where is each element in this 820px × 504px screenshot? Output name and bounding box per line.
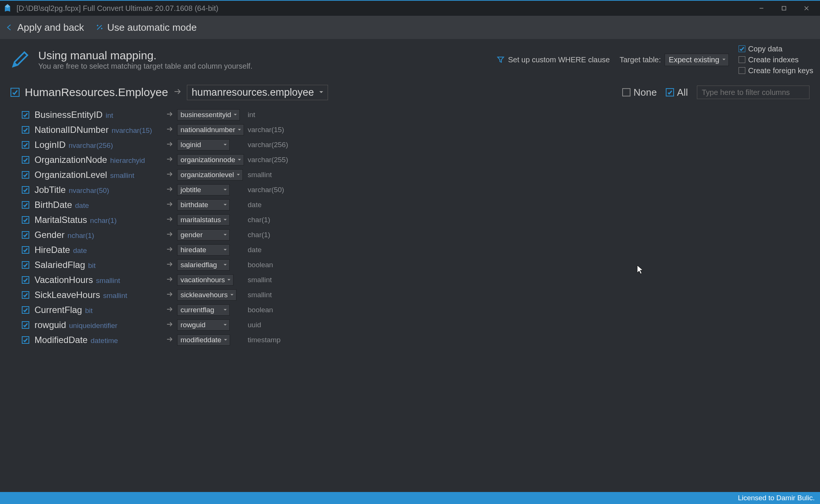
- column-row: JobTitlenvarchar(50)jobtitlevarchar(50): [22, 182, 809, 197]
- column-checkbox[interactable]: [22, 291, 29, 299]
- target-column-type: varchar(15): [248, 126, 284, 134]
- column-checkbox[interactable]: [22, 171, 29, 179]
- target-column-dropdown[interactable]: nationalidnumber: [177, 124, 244, 135]
- column-row: MaritalStatusnchar(1)maritalstatuschar(1…: [22, 212, 809, 227]
- source-column-name: MaritalStatus: [35, 215, 87, 225]
- target-column-type: boolean: [248, 306, 273, 314]
- target-column-type: varchar(255): [248, 156, 288, 164]
- source-column-type: hierarchyid: [110, 156, 145, 165]
- column-checkbox[interactable]: [22, 216, 29, 224]
- source-table-name: HumanResources.Employee: [25, 86, 168, 99]
- source-column-type: nvarchar(50): [69, 187, 109, 195]
- copy-data-label: Copy data: [748, 45, 782, 53]
- column-checkbox[interactable]: [22, 186, 29, 194]
- create-fk-label: Create foreign keys: [748, 66, 813, 75]
- svg-marker-9: [498, 57, 504, 62]
- column-row: Gendernchar(1)genderchar(1): [22, 227, 809, 242]
- target-table-name-dropdown[interactable]: humanresources.employee: [187, 85, 328, 100]
- use-automatic-mode-button[interactable]: Use automatic mode: [95, 22, 197, 33]
- column-row: CurrentFlagbitcurrentflagboolean: [22, 302, 809, 317]
- source-column-type: nchar(1): [68, 232, 94, 240]
- auto-mode-label: Use automatic mode: [107, 22, 197, 33]
- source-column-type: uniqueidentifier: [69, 322, 117, 330]
- maximize-button[interactable]: [773, 3, 795, 14]
- column-checkbox[interactable]: [22, 231, 29, 239]
- arrow-right-icon: [166, 245, 173, 255]
- target-column-dropdown[interactable]: organizationnode: [177, 154, 244, 165]
- app-logo-icon: [2, 3, 13, 14]
- close-button[interactable]: [795, 3, 818, 14]
- arrow-right-icon: [166, 275, 173, 285]
- target-column-type: varchar(256): [248, 141, 288, 149]
- table-mapping-header: HumanResources.Employee humanresources.e…: [0, 80, 820, 104]
- source-column-type: bit: [85, 307, 93, 315]
- target-column-dropdown[interactable]: businessentityid: [177, 109, 240, 120]
- create-indexes-checkbox[interactable]: Create indexes: [739, 56, 813, 64]
- create-fk-checkbox[interactable]: Create foreign keys: [739, 66, 813, 75]
- select-none-checkbox[interactable]: None: [622, 87, 657, 98]
- source-column-type: date: [73, 247, 87, 255]
- copy-data-checkbox[interactable]: Copy data: [739, 45, 813, 53]
- source-column-type: nvarchar(15): [111, 126, 152, 135]
- select-all-checkbox[interactable]: All: [666, 87, 688, 98]
- column-checkbox[interactable]: [22, 111, 29, 119]
- target-column-dropdown[interactable]: sickleavehours: [177, 289, 236, 301]
- target-table-dropdown[interactable]: Expect existing: [665, 54, 729, 66]
- magic-wand-icon: [95, 23, 104, 32]
- column-checkbox[interactable]: [22, 201, 29, 209]
- target-column-dropdown[interactable]: jobtitle: [177, 184, 230, 196]
- arrow-right-icon: [166, 335, 173, 345]
- column-checkbox[interactable]: [22, 306, 29, 314]
- source-column-name: rowguid: [35, 320, 66, 330]
- column-row: OrganizationNodehierarchyidorganizationn…: [22, 152, 809, 167]
- source-column-name: JobTitle: [35, 185, 66, 195]
- source-column-name: NationalIDNumber: [35, 125, 108, 135]
- source-column-name: Gender: [35, 230, 65, 240]
- column-row: SickLeaveHourssmallintsickleavehourssmal…: [22, 287, 809, 302]
- arrow-right-icon: [166, 305, 173, 315]
- toolbar: Apply and back Use automatic mode: [0, 16, 820, 39]
- column-checkbox[interactable]: [22, 246, 29, 254]
- filter-columns-input[interactable]: [697, 86, 809, 99]
- column-checkbox[interactable]: [22, 126, 29, 134]
- apply-and-back-button[interactable]: Apply and back: [5, 22, 84, 33]
- target-column-dropdown[interactable]: vacationhours: [177, 274, 233, 286]
- target-column-dropdown[interactable]: loginid: [177, 139, 230, 150]
- target-column-type: char(1): [248, 216, 270, 224]
- column-row: rowguiduniqueidentifierrowguiduuid: [22, 317, 809, 332]
- target-column-dropdown[interactable]: salariedflag: [177, 259, 230, 271]
- arrow-right-icon: [166, 290, 173, 300]
- minimize-button[interactable]: [750, 3, 773, 14]
- target-column-type: varchar(50): [248, 186, 284, 194]
- where-label: Set up custom WHERE clause: [508, 56, 610, 64]
- target-column-dropdown[interactable]: rowguid: [177, 319, 230, 331]
- arrow-right-icon: [166, 185, 173, 195]
- target-column-dropdown[interactable]: gender: [177, 229, 230, 241]
- source-column-type: nchar(1): [90, 217, 117, 225]
- column-checkbox[interactable]: [22, 156, 29, 164]
- arrow-right-icon: [166, 200, 173, 210]
- column-checkbox[interactable]: [22, 261, 29, 269]
- target-column-dropdown[interactable]: hiredate: [177, 244, 230, 256]
- target-column-dropdown[interactable]: maritalstatus: [177, 214, 230, 226]
- source-column-type: bit: [88, 262, 96, 270]
- source-column-name: SickLeaveHours: [35, 290, 100, 300]
- back-arrow-icon: [5, 23, 14, 32]
- target-column-dropdown[interactable]: organizationlevel: [177, 169, 243, 181]
- target-column-type: timestamp: [248, 336, 281, 344]
- target-column-dropdown[interactable]: birthdate: [177, 199, 230, 211]
- column-checkbox[interactable]: [22, 321, 29, 329]
- source-column-name: SalariedFlag: [35, 260, 85, 270]
- column-checkbox[interactable]: [22, 276, 29, 284]
- column-checkbox[interactable]: [22, 336, 29, 344]
- target-column-type: uuid: [248, 321, 261, 329]
- target-column-dropdown[interactable]: currentflag: [177, 304, 230, 316]
- custom-where-button[interactable]: Set up custom WHERE clause: [497, 56, 610, 64]
- source-column-name: OrganizationNode: [35, 155, 107, 165]
- table-select-checkbox[interactable]: [11, 88, 20, 97]
- source-column-name: BirthDate: [35, 200, 72, 210]
- column-checkbox[interactable]: [22, 141, 29, 149]
- create-indexes-label: Create indexes: [748, 56, 799, 64]
- source-column-name: VacationHours: [35, 275, 93, 285]
- target-column-dropdown[interactable]: modifieddate: [177, 334, 230, 346]
